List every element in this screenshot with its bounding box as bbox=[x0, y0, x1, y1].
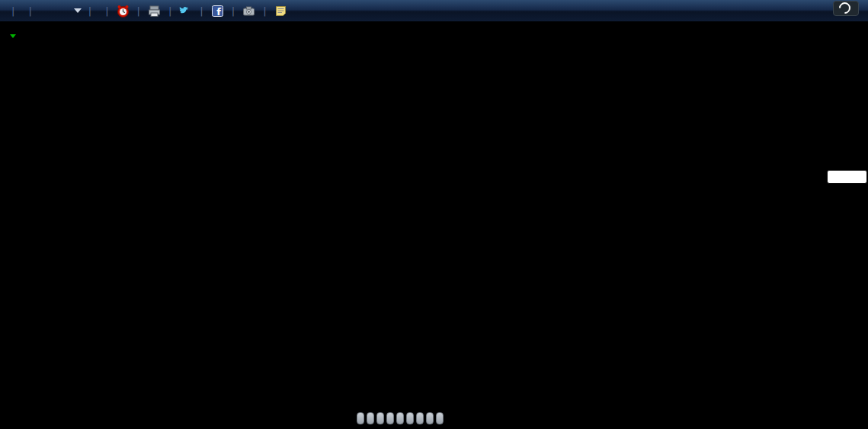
twitter-icon[interactable] bbox=[178, 4, 193, 18]
range-button-3m[interactable] bbox=[396, 412, 404, 424]
cms-swoosh-icon bbox=[837, 0, 853, 16]
facebook-icon[interactable]: f bbox=[210, 4, 225, 18]
separator: | bbox=[168, 5, 171, 17]
chevron-down-icon[interactable] bbox=[10, 34, 16, 38]
range-button-1y[interactable] bbox=[367, 412, 374, 424]
range-button-5y[interactable] bbox=[357, 412, 364, 424]
separator: | bbox=[232, 5, 235, 17]
range-button-1w[interactable] bbox=[416, 412, 424, 424]
separator: | bbox=[11, 5, 14, 17]
notes-icon[interactable] bbox=[274, 4, 288, 18]
chevron-down-icon[interactable] bbox=[74, 8, 82, 13]
print-icon[interactable] bbox=[147, 4, 162, 18]
range-button-6m[interactable] bbox=[386, 412, 394, 424]
current-price-badge bbox=[827, 170, 867, 184]
separator: | bbox=[200, 5, 203, 17]
range-button-bar bbox=[357, 412, 444, 424]
series-selector[interactable] bbox=[6, 34, 16, 38]
range-button-1m[interactable] bbox=[406, 412, 414, 424]
cms-forex-logo bbox=[833, 1, 859, 16]
separator: | bbox=[88, 5, 91, 17]
main-toolbar: | | | | | | | f | | bbox=[0, 0, 868, 21]
range-button-today[interactable] bbox=[436, 412, 444, 424]
alarm-clock-icon[interactable] bbox=[116, 4, 130, 18]
range-button-1d[interactable] bbox=[426, 412, 434, 424]
instrument-row bbox=[0, 21, 28, 33]
price-chart bbox=[0, 0, 868, 429]
range-button-ytd[interactable] bbox=[376, 412, 384, 424]
camera-icon[interactable] bbox=[242, 4, 256, 18]
svg-text:f: f bbox=[216, 6, 221, 18]
separator: | bbox=[137, 5, 140, 17]
separator: | bbox=[28, 5, 31, 17]
separator: | bbox=[263, 5, 266, 17]
trading-platform-window: { "header": { "symbol": "EUR/USD", "add_… bbox=[0, 0, 868, 429]
separator: | bbox=[105, 5, 108, 17]
